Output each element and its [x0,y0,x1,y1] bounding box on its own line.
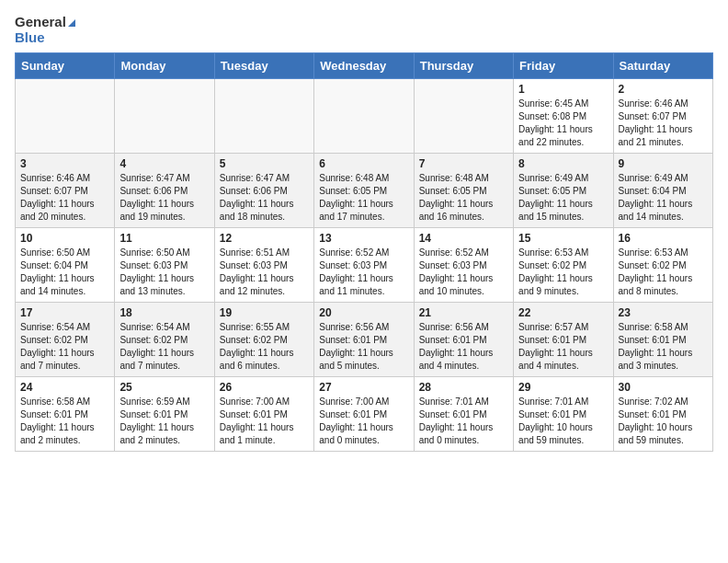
calendar-cell [314,79,414,154]
week-row-1: 1Sunrise: 6:45 AM Sunset: 6:08 PM Daylig… [16,79,713,154]
week-row-4: 17Sunrise: 6:54 AM Sunset: 6:02 PM Dayli… [16,303,713,377]
day-detail: Sunrise: 6:58 AM Sunset: 6:01 PM Dayligh… [20,396,109,447]
day-number: 30 [619,381,708,394]
day-number: 1 [518,83,608,96]
calendar-cell: 20Sunrise: 6:56 AM Sunset: 6:01 PM Dayli… [314,303,414,377]
day-detail: Sunrise: 6:51 AM Sunset: 6:03 PM Dayligh… [220,247,309,298]
calendar-cell: 14Sunrise: 6:52 AM Sunset: 6:03 PM Dayli… [414,228,513,303]
day-number: 6 [319,157,408,170]
header: General Blue [15,15,713,45]
day-number: 12 [220,232,309,245]
calendar-cell: 27Sunrise: 7:00 AM Sunset: 6:01 PM Dayli… [314,377,414,452]
weekday-header-friday: Friday [514,53,613,79]
day-detail: Sunrise: 6:54 AM Sunset: 6:02 PM Dayligh… [20,321,109,373]
day-number: 2 [619,83,708,96]
calendar-cell: 5Sunrise: 6:47 AM Sunset: 6:06 PM Daylig… [214,154,313,228]
calendar-cell [414,79,513,154]
calendar-cell: 10Sunrise: 6:50 AM Sunset: 6:04 PM Dayli… [16,228,115,303]
weekday-header-thursday: Thursday [414,53,513,79]
logo: General Blue [15,15,75,45]
calendar-cell: 26Sunrise: 7:00 AM Sunset: 6:01 PM Dayli… [214,377,313,452]
day-detail: Sunrise: 6:59 AM Sunset: 6:01 PM Dayligh… [119,396,209,447]
day-detail: Sunrise: 6:47 AM Sunset: 6:06 PM Dayligh… [220,172,309,224]
day-detail: Sunrise: 6:53 AM Sunset: 6:02 PM Dayligh… [518,247,608,298]
calendar-cell: 17Sunrise: 6:54 AM Sunset: 6:02 PM Dayli… [16,303,115,377]
calendar-cell: 18Sunrise: 6:54 AM Sunset: 6:02 PM Dayli… [115,303,214,377]
weekday-header-wednesday: Wednesday [314,53,414,79]
day-detail: Sunrise: 7:00 AM Sunset: 6:01 PM Dayligh… [220,396,309,447]
day-detail: Sunrise: 6:53 AM Sunset: 6:02 PM Dayligh… [619,247,708,298]
day-detail: Sunrise: 6:56 AM Sunset: 6:01 PM Dayligh… [319,321,408,373]
day-number: 13 [319,232,408,245]
calendar-cell: 28Sunrise: 7:01 AM Sunset: 6:01 PM Dayli… [414,377,513,452]
day-detail: Sunrise: 6:46 AM Sunset: 6:07 PM Dayligh… [619,98,708,149]
calendar-cell: 19Sunrise: 6:55 AM Sunset: 6:02 PM Dayli… [214,303,313,377]
day-detail: Sunrise: 6:50 AM Sunset: 6:03 PM Dayligh… [119,247,209,298]
day-detail: Sunrise: 6:55 AM Sunset: 6:02 PM Dayligh… [220,321,309,373]
day-detail: Sunrise: 6:49 AM Sunset: 6:04 PM Dayligh… [619,172,708,224]
calendar-cell: 4Sunrise: 6:47 AM Sunset: 6:06 PM Daylig… [115,154,214,228]
day-detail: Sunrise: 7:02 AM Sunset: 6:01 PM Dayligh… [619,396,708,447]
day-number: 4 [119,157,209,170]
calendar-cell: 3Sunrise: 6:46 AM Sunset: 6:07 PM Daylig… [16,154,115,228]
calendar-cell: 15Sunrise: 6:53 AM Sunset: 6:02 PM Dayli… [514,228,613,303]
day-number: 14 [419,232,508,245]
day-detail: Sunrise: 6:48 AM Sunset: 6:05 PM Dayligh… [419,172,508,224]
day-detail: Sunrise: 6:54 AM Sunset: 6:02 PM Dayligh… [119,321,209,373]
calendar-cell: 23Sunrise: 6:58 AM Sunset: 6:01 PM Dayli… [613,303,712,377]
calendar: SundayMondayTuesdayWednesdayThursdayFrid… [15,52,713,452]
calendar-cell [115,79,214,154]
day-detail: Sunrise: 6:58 AM Sunset: 6:01 PM Dayligh… [619,321,708,373]
day-number: 3 [20,157,109,170]
day-number: 15 [518,232,608,245]
calendar-cell: 16Sunrise: 6:53 AM Sunset: 6:02 PM Dayli… [613,228,712,303]
weekday-header-tuesday: Tuesday [214,53,313,79]
logo-text: General Blue [15,15,75,45]
day-detail: Sunrise: 6:56 AM Sunset: 6:01 PM Dayligh… [419,321,508,373]
day-detail: Sunrise: 6:52 AM Sunset: 6:03 PM Dayligh… [419,247,508,298]
calendar-cell: 12Sunrise: 6:51 AM Sunset: 6:03 PM Dayli… [214,228,313,303]
day-detail: Sunrise: 6:47 AM Sunset: 6:06 PM Dayligh… [119,172,209,224]
weekday-header-saturday: Saturday [613,53,712,79]
day-detail: Sunrise: 7:01 AM Sunset: 6:01 PM Dayligh… [518,396,608,447]
day-detail: Sunrise: 6:49 AM Sunset: 6:05 PM Dayligh… [518,172,608,224]
day-number: 21 [419,306,508,319]
day-number: 10 [20,232,109,245]
calendar-cell: 1Sunrise: 6:45 AM Sunset: 6:08 PM Daylig… [514,79,613,154]
day-number: 23 [619,306,708,319]
day-number: 17 [20,306,109,319]
calendar-cell: 8Sunrise: 6:49 AM Sunset: 6:05 PM Daylig… [514,154,613,228]
day-detail: Sunrise: 6:45 AM Sunset: 6:08 PM Dayligh… [518,98,608,149]
calendar-cell: 21Sunrise: 6:56 AM Sunset: 6:01 PM Dayli… [414,303,513,377]
day-detail: Sunrise: 7:00 AM Sunset: 6:01 PM Dayligh… [319,396,408,447]
day-number: 24 [20,381,109,394]
calendar-cell: 24Sunrise: 6:58 AM Sunset: 6:01 PM Dayli… [16,377,115,452]
calendar-cell: 7Sunrise: 6:48 AM Sunset: 6:05 PM Daylig… [414,154,513,228]
day-number: 16 [619,232,708,245]
day-number: 29 [518,381,608,394]
weekday-header-sunday: Sunday [16,53,115,79]
day-number: 20 [319,306,408,319]
week-row-5: 24Sunrise: 6:58 AM Sunset: 6:01 PM Dayli… [16,377,713,452]
calendar-cell: 29Sunrise: 7:01 AM Sunset: 6:01 PM Dayli… [514,377,613,452]
day-number: 11 [119,232,209,245]
weekday-header-row: SundayMondayTuesdayWednesdayThursdayFrid… [16,53,713,79]
calendar-cell [214,79,313,154]
weekday-header-monday: Monday [115,53,214,79]
calendar-cell: 9Sunrise: 6:49 AM Sunset: 6:04 PM Daylig… [613,154,712,228]
day-number: 22 [518,306,608,319]
day-number: 25 [119,381,209,394]
day-number: 27 [319,381,408,394]
day-number: 7 [419,157,508,170]
calendar-cell: 6Sunrise: 6:48 AM Sunset: 6:05 PM Daylig… [314,154,414,228]
calendar-cell [16,79,115,154]
day-detail: Sunrise: 6:48 AM Sunset: 6:05 PM Dayligh… [319,172,408,224]
week-row-3: 10Sunrise: 6:50 AM Sunset: 6:04 PM Dayli… [16,228,713,303]
calendar-cell: 22Sunrise: 6:57 AM Sunset: 6:01 PM Dayli… [514,303,613,377]
day-number: 26 [220,381,309,394]
day-detail: Sunrise: 7:01 AM Sunset: 6:01 PM Dayligh… [419,396,508,447]
day-number: 5 [220,157,309,170]
week-row-2: 3Sunrise: 6:46 AM Sunset: 6:07 PM Daylig… [16,154,713,228]
day-number: 19 [220,306,309,319]
day-detail: Sunrise: 6:46 AM Sunset: 6:07 PM Dayligh… [20,172,109,224]
